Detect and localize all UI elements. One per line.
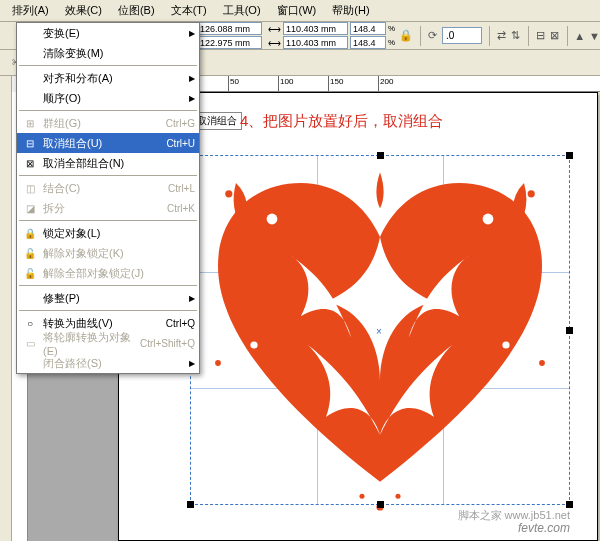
mirror-h-icon[interactable]: ⇄ [497, 28, 507, 44]
svg-point-4 [225, 190, 232, 197]
menu-item-icon: 🔒 [21, 225, 39, 241]
menu-item-label: 转换为曲线(V) [43, 316, 158, 331]
menu-item[interactable]: 变换(E) [17, 23, 199, 43]
menu-window[interactable]: 窗口(W) [269, 0, 325, 21]
mirror-v-icon[interactable]: ⇅ [511, 28, 521, 44]
ungroup-icon[interactable]: ⊟ [535, 28, 545, 44]
menu-item[interactable]: 对齐和分布(A) [17, 68, 199, 88]
menu-item-label: 闭合路径(S) [43, 356, 189, 371]
menu-bitmaps[interactable]: 位图(B) [110, 0, 163, 21]
menu-separator [19, 175, 197, 176]
menu-separator [19, 110, 197, 111]
menu-item-icon: ◫ [21, 180, 39, 196]
toolbox-left [0, 76, 12, 541]
menu-item-label: 对齐和分布(A) [43, 71, 189, 86]
separator [567, 26, 568, 46]
svg-point-0 [267, 214, 278, 225]
menu-item-label: 群组(G) [43, 116, 158, 131]
menu-item-label: 取消全部组合(N) [43, 156, 195, 171]
rotate-icon[interactable]: ⟳ [428, 28, 438, 44]
menu-item-icon: ⊠ [21, 155, 39, 171]
menu-item-label: 结合(C) [43, 181, 160, 196]
scale-y-input[interactable] [350, 36, 386, 49]
menu-item-icon [21, 45, 39, 61]
instruction-text: 4、把图片放置好后，取消组合 [240, 112, 443, 131]
separator [489, 26, 490, 46]
svg-point-5 [528, 190, 535, 197]
menu-item[interactable]: 修整(P) [17, 288, 199, 308]
menu-separator [19, 310, 197, 311]
menu-item-icon: ⊞ [21, 115, 39, 131]
menu-item: ◫结合(C)Ctrl+L [17, 178, 199, 198]
separator [420, 26, 421, 46]
menu-item-label: 取消组合(U) [43, 136, 158, 151]
menu-item-icon [21, 290, 39, 306]
menu-item-label: 将轮廓转换为对象(E) [43, 330, 132, 357]
lock-ratio-icon[interactable]: 🔒 [399, 28, 413, 44]
menu-item-icon: 🔓 [21, 245, 39, 261]
svg-point-10 [395, 494, 400, 499]
menu-item-label: 拆分 [43, 201, 159, 216]
handle-bottom-right[interactable] [566, 501, 573, 508]
menu-item[interactable]: ⊟取消组合(U)Ctrl+U [17, 133, 199, 153]
menu-item-shortcut: Ctrl+Q [166, 318, 195, 329]
to-back-icon[interactable]: ▼ [589, 28, 600, 44]
ruler-mark: 100 [280, 77, 293, 86]
handle-bottom-left[interactable] [187, 501, 194, 508]
menu-text[interactable]: 文本(T) [163, 0, 215, 21]
menubar: 排列(A) 效果(C) 位图(B) 文本(T) 工具(O) 窗口(W) 帮助(H… [0, 0, 600, 22]
menu-separator [19, 65, 197, 66]
y-input[interactable] [197, 36, 262, 49]
handle-bottom-center[interactable] [377, 501, 384, 508]
svg-point-7 [539, 360, 545, 366]
menu-item[interactable]: 顺序(O) [17, 88, 199, 108]
handle-top-center[interactable] [377, 152, 384, 159]
ruler-mark: 150 [330, 77, 343, 86]
menu-item: 🔓解除全部对象锁定(J) [17, 263, 199, 283]
w-input[interactable] [283, 22, 348, 35]
menu-item: 🔓解除对象锁定(K) [17, 243, 199, 263]
menu-separator [19, 285, 197, 286]
ruler-mark: 50 [230, 77, 239, 86]
menu-item-icon: ◪ [21, 200, 39, 216]
menu-item-label: 锁定对象(L) [43, 226, 195, 241]
menu-item-label: 解除全部对象锁定(J) [43, 266, 195, 281]
menu-item-label: 解除对象锁定(K) [43, 246, 195, 261]
menu-item-label: 变换(E) [43, 26, 189, 41]
heart-artwork[interactable] [200, 165, 560, 525]
menu-item: 闭合路径(S) [17, 353, 199, 373]
to-front-icon[interactable]: ▲ [574, 28, 585, 44]
svg-point-9 [359, 494, 364, 499]
separator [528, 26, 529, 46]
menu-item[interactable]: 🔒锁定对象(L) [17, 223, 199, 243]
rotation-input[interactable] [442, 27, 482, 44]
arrange-menu-dropdown: 变换(E)清除变换(M)对齐和分布(A)顺序(O)⊞群组(G)Ctrl+G⊟取消… [16, 22, 200, 374]
menu-separator [19, 220, 197, 221]
handle-mid-right[interactable] [566, 327, 573, 334]
ungroup-all-icon[interactable]: ⊠ [549, 28, 559, 44]
handle-top-right[interactable] [566, 152, 573, 159]
svg-point-2 [250, 341, 257, 348]
menu-item-label: 清除变换(M) [43, 46, 195, 61]
menu-help[interactable]: 帮助(H) [324, 0, 377, 21]
selection-box[interactable]: × [190, 155, 570, 505]
menu-item-shortcut: Ctrl+K [167, 203, 195, 214]
menu-item: ⊞群组(G)Ctrl+G [17, 113, 199, 133]
svg-point-3 [502, 341, 509, 348]
menu-item-icon: 🔓 [21, 265, 39, 281]
h-input[interactable] [283, 36, 348, 49]
menu-item-label: 顺序(O) [43, 91, 189, 106]
menu-item-icon: ○ [21, 315, 39, 331]
menu-effects[interactable]: 效果(C) [57, 0, 110, 21]
menu-tools[interactable]: 工具(O) [215, 0, 269, 21]
menu-item-icon [21, 70, 39, 86]
menu-item[interactable]: ⊠取消全部组合(N) [17, 153, 199, 173]
menu-item: ◪拆分Ctrl+K [17, 198, 199, 218]
menu-arrange[interactable]: 排列(A) [4, 0, 57, 21]
scale-x-input[interactable] [350, 22, 386, 35]
menu-item: ▭将轮廓转换为对象(E)Ctrl+Shift+Q [17, 333, 199, 353]
center-marker: × [376, 326, 384, 334]
x-input[interactable] [197, 22, 262, 35]
coords-group: x: ⟷ % y: ⟷ % [188, 22, 395, 49]
menu-item[interactable]: 清除变换(M) [17, 43, 199, 63]
